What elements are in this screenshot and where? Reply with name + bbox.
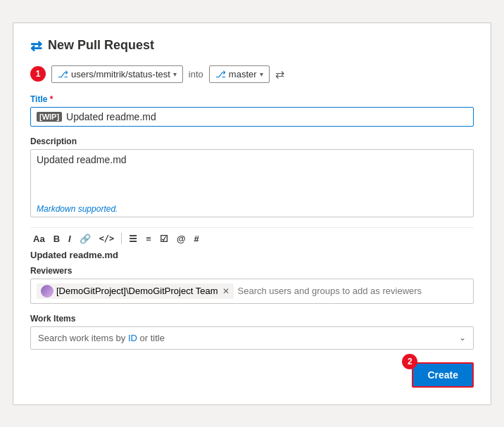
source-branch-selector[interactable]: ⎇ users/mmitrik/status-test ▾ (51, 65, 183, 83)
toolbar-separator (121, 233, 122, 244)
code-button[interactable]: </> (96, 232, 118, 245)
editor-toolbar: Aa B I 🔗 </> ☰ ≡ ☑ @ # (30, 227, 474, 250)
page-title: New Pull Request (48, 38, 154, 53)
source-branch-label: users/mmitrik/status-test (71, 69, 170, 79)
mention-button[interactable]: @ (174, 232, 189, 246)
bold-button[interactable]: B (51, 232, 63, 246)
reviewer-avatar (41, 285, 53, 298)
description-field-group: Description Updated readme.md Markdown s… (30, 136, 474, 217)
pull-request-icon: ⇄ (30, 37, 42, 54)
markdown-note: Markdown supported. (37, 204, 118, 214)
link-button[interactable]: 🔗 (77, 232, 94, 246)
reviewer-search-input[interactable] (238, 286, 468, 296)
title-input-wrapper: [WIP] (30, 107, 474, 127)
work-items-field-group: Work Items Search work items by ID or ti… (30, 314, 474, 350)
description-label: Description (30, 136, 474, 146)
reviewer-tag: [DemoGitProject]\DemoGitProject Team ✕ (37, 283, 234, 299)
title-input[interactable] (66, 111, 467, 122)
font-size-button[interactable]: Aa (30, 232, 48, 246)
title-label: Title * (30, 94, 474, 104)
description-footer: Markdown supported. (31, 201, 473, 217)
description-textarea[interactable]: Updated readme.md (31, 150, 473, 199)
target-branch-selector[interactable]: ⎇ master ▾ (209, 65, 270, 83)
step-1-badge: 1 (30, 66, 46, 82)
unordered-list-button[interactable]: ☰ (126, 232, 140, 246)
heading-button[interactable]: # (191, 232, 202, 246)
into-label: into (189, 69, 203, 79)
wip-badge: [WIP] (37, 112, 62, 122)
work-items-placeholder: Search work items by ID or title (38, 333, 165, 343)
create-button[interactable]: Create (412, 362, 474, 388)
page-header: ⇄ New Pull Request (30, 37, 474, 54)
source-branch-chevron-icon: ▾ (173, 70, 177, 78)
title-field-group: Title * [WIP] (30, 94, 474, 127)
new-pull-request-card: ⇄ New Pull Request 1 ⎇ users/mmitrik/sta… (13, 23, 491, 405)
reviewer-name: [DemoGitProject]\DemoGitProject Team (56, 286, 218, 296)
commit-title: Updated readme.md (30, 250, 474, 260)
description-inner: Updated readme.md (31, 150, 473, 201)
step-2-badge: 2 (402, 354, 417, 369)
work-items-search-box[interactable]: Search work items by ID or title ⌄ (30, 326, 474, 350)
source-branch-icon: ⎇ (58, 69, 68, 79)
checklist-button[interactable]: ☑ (157, 232, 171, 246)
ordered-list-button[interactable]: ≡ (143, 232, 154, 246)
work-items-chevron-icon: ⌄ (459, 333, 466, 343)
italic-button[interactable]: I (65, 232, 74, 246)
branch-bar: 1 ⎇ users/mmitrik/status-test ▾ into ⎇ m… (30, 65, 474, 83)
reviewers-box[interactable]: [DemoGitProject]\DemoGitProject Team ✕ (30, 279, 474, 304)
reviewers-label: Reviewers (30, 266, 474, 276)
swap-branches-button[interactable]: ⇄ (275, 68, 284, 81)
description-wrapper: Updated readme.md Markdown supported. (30, 149, 474, 217)
target-branch-chevron-icon: ▾ (260, 70, 263, 78)
target-branch-icon: ⎇ (215, 69, 226, 79)
footer-row: 2 Create (30, 362, 474, 388)
reviewer-remove-button[interactable]: ✕ (222, 286, 229, 296)
reviewers-field-group: Reviewers [DemoGitProject]\DemoGitProjec… (30, 266, 474, 304)
work-items-label: Work Items (30, 314, 474, 324)
target-branch-label: master (229, 69, 257, 79)
